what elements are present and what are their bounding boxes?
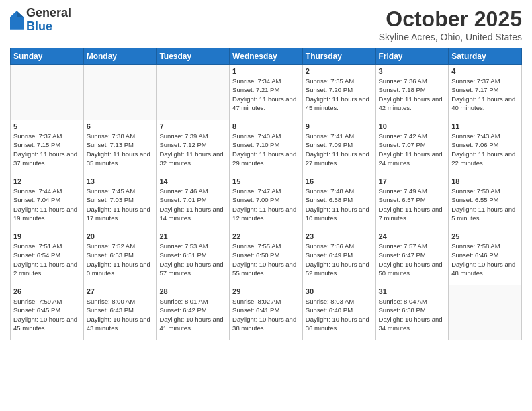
day-info: Sunrise: 7:38 AM Sunset: 7:13 PM Dayligh… xyxy=(87,132,154,167)
day-info: Sunrise: 7:49 AM Sunset: 6:57 PM Dayligh… xyxy=(379,187,446,222)
day-cell-0-3: 1Sunrise: 7:34 AM Sunset: 7:21 PM Daylig… xyxy=(230,65,303,120)
day-number: 1 xyxy=(232,67,300,75)
day-info: Sunrise: 7:56 AM Sunset: 6:49 PM Dayligh… xyxy=(306,242,373,277)
day-info: Sunrise: 7:47 AM Sunset: 7:00 PM Dayligh… xyxy=(232,187,300,222)
day-cell-1-2: 7Sunrise: 7:39 AM Sunset: 7:12 PM Daylig… xyxy=(157,120,230,175)
day-info: Sunrise: 7:37 AM Sunset: 7:17 PM Dayligh… xyxy=(451,77,519,112)
day-info: Sunrise: 7:55 AM Sunset: 6:50 PM Dayligh… xyxy=(232,242,300,277)
day-cell-3-3: 22Sunrise: 7:55 AM Sunset: 6:50 PM Dayli… xyxy=(230,230,303,285)
day-number: 15 xyxy=(232,177,300,185)
day-number: 25 xyxy=(451,232,519,240)
day-info: Sunrise: 7:35 AM Sunset: 7:20 PM Dayligh… xyxy=(306,77,373,112)
day-number: 28 xyxy=(159,287,226,295)
day-number: 30 xyxy=(306,287,373,295)
day-cell-3-5: 24Sunrise: 7:57 AM Sunset: 6:47 PM Dayli… xyxy=(375,230,449,285)
day-cell-2-2: 14Sunrise: 7:46 AM Sunset: 7:01 PM Dayli… xyxy=(157,175,230,230)
day-info: Sunrise: 7:45 AM Sunset: 7:03 PM Dayligh… xyxy=(87,187,154,222)
day-info: Sunrise: 7:42 AM Sunset: 7:07 PM Dayligh… xyxy=(379,132,446,167)
week-row-4: 26Sunrise: 7:59 AM Sunset: 6:45 PM Dayli… xyxy=(11,285,522,340)
day-info: Sunrise: 8:01 AM Sunset: 6:42 PM Dayligh… xyxy=(159,297,226,332)
day-number: 21 xyxy=(159,232,226,240)
week-row-2: 12Sunrise: 7:44 AM Sunset: 7:04 PM Dayli… xyxy=(11,175,522,230)
day-cell-3-4: 23Sunrise: 7:56 AM Sunset: 6:49 PM Dayli… xyxy=(302,230,375,285)
day-cell-2-4: 16Sunrise: 7:48 AM Sunset: 6:58 PM Dayli… xyxy=(302,175,375,230)
day-number: 16 xyxy=(306,177,373,185)
day-cell-3-6: 25Sunrise: 7:58 AM Sunset: 6:46 PM Dayli… xyxy=(449,230,522,285)
day-cell-4-4: 30Sunrise: 8:03 AM Sunset: 6:40 PM Dayli… xyxy=(302,285,375,340)
day-number: 27 xyxy=(87,287,154,295)
day-cell-0-6: 4Sunrise: 7:37 AM Sunset: 7:17 PM Daylig… xyxy=(449,65,522,120)
day-info: Sunrise: 7:52 AM Sunset: 6:53 PM Dayligh… xyxy=(87,242,154,277)
day-info: Sunrise: 7:41 AM Sunset: 7:09 PM Dayligh… xyxy=(306,132,373,167)
header: General Blue October 2025 Skyline Acres,… xyxy=(10,7,522,42)
day-cell-0-0 xyxy=(11,65,84,120)
day-info: Sunrise: 7:43 AM Sunset: 7:06 PM Dayligh… xyxy=(451,132,519,167)
day-info: Sunrise: 8:02 AM Sunset: 6:41 PM Dayligh… xyxy=(232,297,300,332)
day-cell-0-5: 3Sunrise: 7:36 AM Sunset: 7:18 PM Daylig… xyxy=(375,65,449,120)
day-cell-4-2: 28Sunrise: 8:01 AM Sunset: 6:42 PM Dayli… xyxy=(157,285,230,340)
day-info: Sunrise: 7:34 AM Sunset: 7:21 PM Dayligh… xyxy=(232,77,300,112)
day-info: Sunrise: 7:46 AM Sunset: 7:01 PM Dayligh… xyxy=(159,187,226,222)
day-number: 10 xyxy=(379,122,446,130)
day-number: 24 xyxy=(379,232,446,240)
day-number: 20 xyxy=(87,232,154,240)
logo-text: General Blue xyxy=(26,7,71,34)
day-number: 5 xyxy=(13,122,81,130)
day-info: Sunrise: 7:39 AM Sunset: 7:12 PM Dayligh… xyxy=(159,132,226,167)
week-row-3: 19Sunrise: 7:51 AM Sunset: 6:54 PM Dayli… xyxy=(11,230,522,285)
day-number: 8 xyxy=(232,122,300,130)
col-monday: Monday xyxy=(83,48,157,65)
day-cell-4-5: 31Sunrise: 8:04 AM Sunset: 6:38 PM Dayli… xyxy=(375,285,449,340)
day-cell-0-2 xyxy=(157,65,230,120)
day-number: 3 xyxy=(379,67,446,75)
day-cell-4-3: 29Sunrise: 8:02 AM Sunset: 6:41 PM Dayli… xyxy=(230,285,303,340)
day-info: Sunrise: 7:44 AM Sunset: 7:04 PM Dayligh… xyxy=(13,187,81,222)
week-row-0: 1Sunrise: 7:34 AM Sunset: 7:21 PM Daylig… xyxy=(11,65,522,120)
logo: General Blue xyxy=(10,7,71,34)
day-number: 29 xyxy=(232,287,300,295)
calendar-title: October 2025 xyxy=(379,7,522,32)
day-cell-2-6: 18Sunrise: 7:50 AM Sunset: 6:55 PM Dayli… xyxy=(449,175,522,230)
day-cell-0-1 xyxy=(83,65,157,120)
day-number: 23 xyxy=(306,232,373,240)
col-thursday: Thursday xyxy=(302,48,375,65)
day-number: 6 xyxy=(87,122,154,130)
day-info: Sunrise: 7:53 AM Sunset: 6:51 PM Dayligh… xyxy=(159,242,226,277)
day-info: Sunrise: 7:51 AM Sunset: 6:54 PM Dayligh… xyxy=(13,242,81,277)
day-number: 2 xyxy=(306,67,373,75)
day-info: Sunrise: 7:37 AM Sunset: 7:15 PM Dayligh… xyxy=(13,132,81,167)
day-number: 22 xyxy=(232,232,300,240)
logo-general-text: General xyxy=(26,7,71,20)
col-wednesday: Wednesday xyxy=(230,48,303,65)
day-cell-2-1: 13Sunrise: 7:45 AM Sunset: 7:03 PM Dayli… xyxy=(83,175,157,230)
day-cell-1-1: 6Sunrise: 7:38 AM Sunset: 7:13 PM Daylig… xyxy=(83,120,157,175)
day-info: Sunrise: 7:48 AM Sunset: 6:58 PM Dayligh… xyxy=(306,187,373,222)
calendar-header-row: Sunday Monday Tuesday Wednesday Thursday… xyxy=(11,48,522,65)
day-cell-2-5: 17Sunrise: 7:49 AM Sunset: 6:57 PM Dayli… xyxy=(375,175,449,230)
day-cell-0-4: 2Sunrise: 7:35 AM Sunset: 7:20 PM Daylig… xyxy=(302,65,375,120)
col-friday: Friday xyxy=(375,48,449,65)
day-info: Sunrise: 8:04 AM Sunset: 6:38 PM Dayligh… xyxy=(379,297,446,332)
week-row-1: 5Sunrise: 7:37 AM Sunset: 7:15 PM Daylig… xyxy=(11,120,522,175)
day-cell-3-2: 21Sunrise: 7:53 AM Sunset: 6:51 PM Dayli… xyxy=(157,230,230,285)
day-cell-1-6: 11Sunrise: 7:43 AM Sunset: 7:06 PM Dayli… xyxy=(449,120,522,175)
day-info: Sunrise: 7:40 AM Sunset: 7:10 PM Dayligh… xyxy=(232,132,300,167)
col-sunday: Sunday xyxy=(11,48,84,65)
day-info: Sunrise: 7:59 AM Sunset: 6:45 PM Dayligh… xyxy=(13,297,81,332)
col-tuesday: Tuesday xyxy=(157,48,230,65)
svg-marker-1 xyxy=(17,11,24,17)
day-cell-4-6 xyxy=(449,285,522,340)
day-number: 12 xyxy=(13,177,81,185)
day-number: 18 xyxy=(451,177,519,185)
day-number: 11 xyxy=(451,122,519,130)
day-number: 9 xyxy=(306,122,373,130)
day-cell-1-3: 8Sunrise: 7:40 AM Sunset: 7:10 PM Daylig… xyxy=(230,120,303,175)
day-cell-4-1: 27Sunrise: 8:00 AM Sunset: 6:43 PM Dayli… xyxy=(83,285,157,340)
day-info: Sunrise: 7:58 AM Sunset: 6:46 PM Dayligh… xyxy=(451,242,519,277)
day-cell-2-0: 12Sunrise: 7:44 AM Sunset: 7:04 PM Dayli… xyxy=(11,175,84,230)
day-info: Sunrise: 8:00 AM Sunset: 6:43 PM Dayligh… xyxy=(87,297,154,332)
day-info: Sunrise: 7:50 AM Sunset: 6:55 PM Dayligh… xyxy=(451,187,519,222)
day-cell-2-3: 15Sunrise: 7:47 AM Sunset: 7:00 PM Dayli… xyxy=(230,175,303,230)
col-saturday: Saturday xyxy=(449,48,522,65)
day-info: Sunrise: 8:03 AM Sunset: 6:40 PM Dayligh… xyxy=(306,297,373,332)
